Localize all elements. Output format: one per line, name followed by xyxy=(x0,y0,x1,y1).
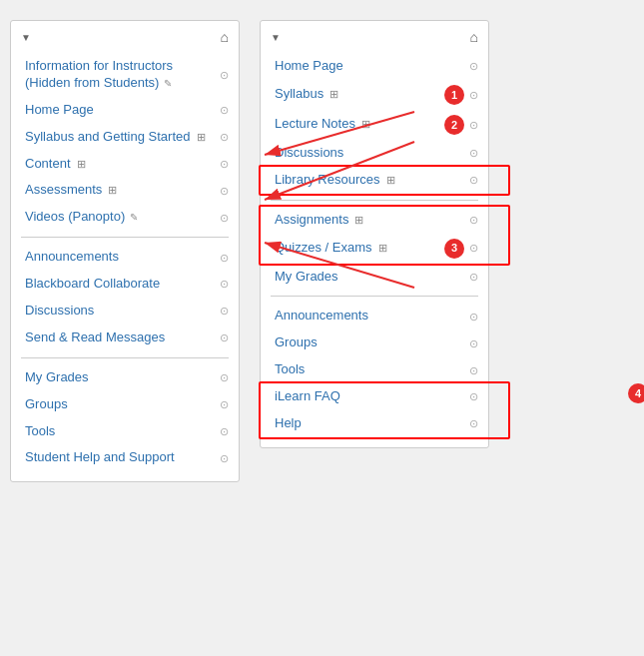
chevron-icon: ⊙ xyxy=(469,213,478,227)
menu-item-label: Tools xyxy=(275,361,464,378)
doc-icon: ⊞ xyxy=(194,131,206,143)
doc-icon: ⊞ xyxy=(375,242,387,254)
badge: 3 xyxy=(444,239,464,259)
chevron-icon: ⊙ xyxy=(469,416,478,430)
menu-item-label: Announcements xyxy=(25,249,215,266)
doc-icon: ⊞ xyxy=(383,174,395,186)
chevron-icon: ⊙ xyxy=(220,370,229,384)
menu-item[interactable]: Groups⊙ xyxy=(11,391,239,418)
home-icon[interactable]: ⌂ xyxy=(221,29,229,45)
badge-4: 4 xyxy=(628,383,644,403)
menu-item[interactable]: Content ⊞⊙ xyxy=(11,151,239,178)
external-link-icon: ✎ xyxy=(127,212,138,223)
menu-item[interactable]: Information for Instructors (Hidden from… xyxy=(11,53,239,97)
chevron-icon: ⊙ xyxy=(469,389,478,403)
menu-item[interactable]: Groups⊙ xyxy=(261,329,488,356)
menu-item-label: Blackboard Collaborate xyxy=(25,276,215,293)
menu-item-label: My Grades xyxy=(25,369,215,386)
menu-item-label: Student Help and Support xyxy=(25,449,215,466)
doc-icon: ⊞ xyxy=(105,184,117,196)
left-menu-items: Information for Instructors (Hidden from… xyxy=(11,53,239,471)
menu-item[interactable]: Videos (Panopto) ✎⊙ xyxy=(11,204,239,231)
doc-icon: ⊞ xyxy=(351,214,363,226)
chevron-icon: ⊙ xyxy=(469,59,478,73)
menu-item-label: Assessments ⊞ xyxy=(25,182,215,199)
divider xyxy=(21,357,229,358)
menu-item[interactable]: iLearn FAQ⊙ xyxy=(261,383,488,410)
menu-item-label: My Grades xyxy=(275,269,464,286)
menu-item[interactable]: Library Resources ⊞⊙ xyxy=(261,167,488,194)
menu-item[interactable]: Discussions⊙ xyxy=(261,140,488,167)
menu-item[interactable]: Quizzes / Exams ⊞3⊙ xyxy=(261,234,488,264)
menu-item-label: Groups xyxy=(25,396,215,413)
chevron-icon: ⊙ xyxy=(469,310,478,324)
chevron-icon: ⊙ xyxy=(469,363,478,377)
left-menu-panel: ▼ ⌂ Information for Instructors (Hidden … xyxy=(10,20,240,482)
right-menu-items: Home Page⊙Syllabus ⊞1⊙Lecture Notes ⊞2⊙D… xyxy=(261,53,488,437)
menu-item[interactable]: Home Page⊙ xyxy=(261,53,488,80)
external-link-icon: ✎ xyxy=(161,78,172,89)
menu-item[interactable]: Student Help and Support⊙ xyxy=(11,444,239,471)
chevron-icon: ⊙ xyxy=(220,68,229,82)
chevron-icon: ⊙ xyxy=(220,103,229,117)
menu-item-label: Groups xyxy=(275,334,464,351)
badge: 1 xyxy=(444,85,464,105)
menu-item-label: iLearn FAQ xyxy=(275,388,464,405)
chevron-icon: ⊙ xyxy=(220,277,229,291)
menu-item-label: Home Page xyxy=(25,102,215,119)
menu-item[interactable]: Tools⊙ xyxy=(11,418,239,445)
chevron-icon: ⊙ xyxy=(469,88,478,102)
menu-item-label: Help xyxy=(275,415,464,432)
triangle-icon: ▼ xyxy=(21,32,31,43)
menu-item[interactable]: Lecture Notes ⊞2⊙ xyxy=(261,110,488,140)
menu-item[interactable]: Send & Read Messages⊙ xyxy=(11,325,239,351)
menu-item[interactable]: Assessments ⊞⊙ xyxy=(11,177,239,204)
chevron-icon: ⊙ xyxy=(469,270,478,284)
menu-item-label: Information for Instructors (Hidden from… xyxy=(25,58,215,92)
badge: 2 xyxy=(444,115,464,135)
menu-item[interactable]: Announcements⊙ xyxy=(11,244,239,271)
divider xyxy=(271,296,478,297)
menu-item-label: Syllabus and Getting Started ⊞ xyxy=(25,129,215,146)
menu-item-label: Syllabus ⊞ xyxy=(275,86,440,103)
doc-icon: ⊞ xyxy=(358,118,370,130)
chevron-icon: ⊙ xyxy=(469,336,478,350)
menu-item[interactable]: My Grades⊙ xyxy=(261,264,488,291)
menu-item-label: Discussions xyxy=(25,303,215,320)
menu-item[interactable]: Announcements⊙ xyxy=(261,303,488,329)
menu-item-label: Quizzes / Exams ⊞ xyxy=(275,240,440,257)
menu-item-label: Videos (Panopto) ✎ xyxy=(25,209,215,226)
chevron-icon: ⊙ xyxy=(469,146,478,160)
chevron-icon: ⊙ xyxy=(220,184,229,198)
menu-item-label: Tools xyxy=(25,423,215,440)
menu-item-label: Discussions xyxy=(275,145,464,162)
chevron-icon: ⊙ xyxy=(220,251,229,265)
menu-item-label: Announcements xyxy=(275,308,464,325)
home-icon-right[interactable]: ⌂ xyxy=(470,29,478,45)
chevron-icon: ⊙ xyxy=(220,211,229,225)
menu-item[interactable]: Assignments ⊞⊙ xyxy=(261,207,488,234)
menu-item[interactable]: Tools⊙ xyxy=(261,356,488,383)
menu-item[interactable]: Help⊙ xyxy=(261,410,488,437)
doc-icon: ⊞ xyxy=(74,158,86,170)
menu-item[interactable]: Syllabus and Getting Started ⊞⊙ xyxy=(11,124,239,151)
doc-icon: ⊞ xyxy=(326,88,338,100)
menu-item[interactable]: Syllabus ⊞1⊙ xyxy=(261,80,488,110)
chevron-icon: ⊙ xyxy=(220,157,229,171)
chevron-icon: ⊙ xyxy=(469,118,478,132)
menu-item[interactable]: My Grades⊙ xyxy=(11,364,239,391)
divider xyxy=(271,200,478,201)
triangle-icon-right: ▼ xyxy=(271,32,281,43)
chevron-icon: ⊙ xyxy=(220,397,229,411)
menu-item-label: Home Page xyxy=(275,58,464,75)
right-menu-panel: ▼ ⌂ Home Page⊙Syllabus ⊞1⊙Lecture Notes … xyxy=(260,20,489,448)
menu-item[interactable]: Blackboard Collaborate⊙ xyxy=(11,271,239,298)
menu-item[interactable]: Home Page⊙ xyxy=(11,97,239,124)
chevron-icon: ⊙ xyxy=(220,451,229,465)
chevron-icon: ⊙ xyxy=(220,330,229,344)
menu-item-label: Lecture Notes ⊞ xyxy=(275,116,440,133)
chevron-icon: ⊙ xyxy=(220,304,229,318)
menu-item[interactable]: Discussions⊙ xyxy=(11,298,239,325)
chevron-icon: ⊙ xyxy=(220,424,229,438)
right-menu-header: ▼ ⌂ xyxy=(261,21,488,53)
